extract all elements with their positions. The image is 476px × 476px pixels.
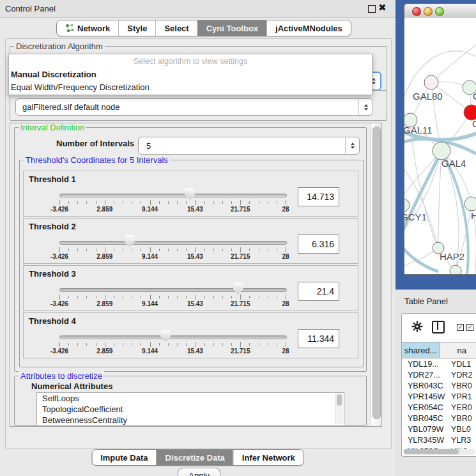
threshold-value-field[interactable]: 21.4 <box>298 282 339 301</box>
table-row[interactable]: YBR043CYBR0 <box>402 380 476 391</box>
vertical-scrollbar <box>371 123 381 426</box>
tab-label: Impute Data <box>100 453 148 463</box>
network-view-window: GAL80GACGAL11GAL4GCY1HHAP2 <box>404 3 476 275</box>
tab-select[interactable]: Select <box>155 20 197 36</box>
cell-name[interactable]: YBL0 <box>451 424 476 434</box>
cell-shared-name[interactable]: YBR045C <box>402 413 451 424</box>
cell-name[interactable]: YLR3 <box>451 434 476 445</box>
cell-name[interactable]: YBR0 <box>451 413 476 424</box>
network-node[interactable] <box>424 75 438 89</box>
table-row[interactable]: YBR045CYBR0 <box>402 413 476 424</box>
close-traffic-light-icon[interactable] <box>412 7 421 16</box>
threshold-value-field[interactable]: 14.713 <box>298 187 339 206</box>
tick-mark <box>68 201 69 204</box>
tab-jactivemnodules[interactable]: jActiveMNodules <box>266 20 351 36</box>
tab-discretize-data[interactable]: Discretize Data <box>157 450 233 465</box>
tab-cyni-toolbox[interactable]: Cyni Toolbox <box>197 20 266 36</box>
tick-mark <box>159 249 160 251</box>
split-panel-icon[interactable] <box>432 321 445 334</box>
cell-shared-name[interactable]: YLR345W <box>402 434 451 445</box>
network-node-label: HAP2 <box>440 251 464 262</box>
slider-handle[interactable] <box>185 188 195 200</box>
table-body: YDL19...YDL1YDR27...YDR2YBR043CYBR0YPR14… <box>402 358 476 450</box>
cell-name[interactable]: YDR2 <box>451 369 476 380</box>
tick-label: 21.715 <box>231 253 250 260</box>
thresholds-group: Threshold's Coordinates for 5 Intervals … <box>19 160 364 367</box>
tick-mark <box>177 343 178 346</box>
cell-name[interactable]: YDL1 <box>451 358 476 369</box>
table-row[interactable]: YBL079WYBL0 <box>402 424 476 434</box>
attribute-list-item[interactable]: TopologicalCoefficient <box>37 404 344 415</box>
network-window-titlebar[interactable] <box>404 4 476 19</box>
float-window-icon[interactable] <box>368 5 376 13</box>
network-node-label: H <box>471 210 476 221</box>
network-node[interactable] <box>450 265 461 274</box>
horizontal-scrollbar <box>403 449 475 455</box>
column-header-name[interactable]: na <box>440 342 476 358</box>
table-row[interactable]: YPR145WYPR1 <box>402 391 476 402</box>
tick-mark <box>195 342 196 347</box>
checked-box-icon[interactable]: ✓ <box>457 324 464 331</box>
table-row[interactable]: YDL19...YDL1 <box>402 358 476 369</box>
network-node[interactable] <box>404 199 410 211</box>
slider-ticks <box>59 247 286 252</box>
tick-mark <box>114 201 114 204</box>
table-data-select[interactable]: galFiltered.sif default node <box>15 98 373 116</box>
tick-mark <box>259 343 259 346</box>
tick-mark <box>277 296 277 298</box>
zoom-traffic-light-icon[interactable] <box>435 7 444 16</box>
slider-handle[interactable] <box>160 330 171 342</box>
scrollbar-thumb[interactable] <box>372 127 381 419</box>
tab-impute-data[interactable]: Impute Data <box>92 450 156 465</box>
slider-handle[interactable] <box>233 282 243 295</box>
tab-label: Cyni Toolbox <box>206 24 258 33</box>
cell-name[interactable]: YPR1 <box>451 391 476 402</box>
tab-style[interactable]: Style <box>118 20 155 36</box>
minimize-traffic-light-icon[interactable] <box>424 7 433 16</box>
scrollbar-thumb[interactable] <box>337 394 342 406</box>
cell-name[interactable]: YBR0 <box>451 380 476 391</box>
cell-shared-name[interactable]: YER054C <box>402 402 451 413</box>
checked-box-icon[interactable]: ✓ <box>466 324 473 331</box>
network-node[interactable] <box>464 197 476 211</box>
cell-shared-name[interactable]: YDL19... <box>402 358 451 369</box>
tick-mark <box>213 343 214 346</box>
table-row[interactable]: YDR27...YDR2 <box>402 369 476 380</box>
cell-shared-name[interactable]: YBL079W <box>402 424 451 434</box>
tick-mark <box>141 296 141 298</box>
threshold-label: Threshold 1 <box>29 174 76 184</box>
network-canvas[interactable]: GAL80GACGAL11GAL4GCY1HHAP2 <box>404 18 476 274</box>
tick-label: 28 <box>282 300 289 307</box>
tick-mark <box>231 249 232 251</box>
cell-shared-name[interactable]: YDR27... <box>402 369 451 380</box>
apply-button[interactable]: Apply <box>178 468 220 476</box>
column-header-shared-name[interactable]: shared... <box>402 342 440 358</box>
tick-label: 28 <box>282 206 289 213</box>
cell-shared-name[interactable]: YBR043C <box>402 380 451 391</box>
tick-mark <box>277 201 277 204</box>
cell-shared-name[interactable]: YPR145W <box>402 391 451 402</box>
threshold-panel: Threshold 3 -3.4262.8599.14415.4321.7152… <box>23 265 358 311</box>
table-row[interactable]: YLR345WYLR3 <box>402 434 476 445</box>
attribute-list-item[interactable]: BetweennessCentrality <box>37 415 344 426</box>
slider-handle[interactable] <box>125 235 135 247</box>
attribute-list-item[interactable]: SelfLoops <box>37 393 344 404</box>
tick-mark <box>249 249 250 251</box>
cell-name[interactable]: YER0 <box>451 402 476 413</box>
scrollbar-thumb[interactable] <box>404 449 459 454</box>
close-icon[interactable]: ✖ <box>378 2 387 13</box>
threshold-value-field[interactable]: 11.344 <box>298 329 339 348</box>
threshold-value-field[interactable]: 6.316 <box>298 234 339 254</box>
number-of-intervals-select[interactable]: 5 <box>138 137 360 155</box>
dropdown-option-equal-width[interactable]: Equal Width/Frequency Discretization <box>9 81 372 93</box>
gear-icon[interactable] <box>411 321 423 332</box>
tick-mark <box>86 296 87 298</box>
network-node[interactable] <box>433 142 450 160</box>
table-panel-card: ✓ ✓ shared... na YDL19...YDL1YDR27...YDR… <box>401 313 476 457</box>
tick-mark <box>222 249 223 251</box>
tick-mark <box>123 201 123 204</box>
tab-network[interactable]: Network <box>57 20 118 36</box>
tab-infer-network[interactable]: Infer Network <box>233 450 303 465</box>
table-row[interactable]: YER054CYER0 <box>402 402 476 413</box>
dropdown-option-manual[interactable]: Manual Discretization <box>9 68 372 81</box>
